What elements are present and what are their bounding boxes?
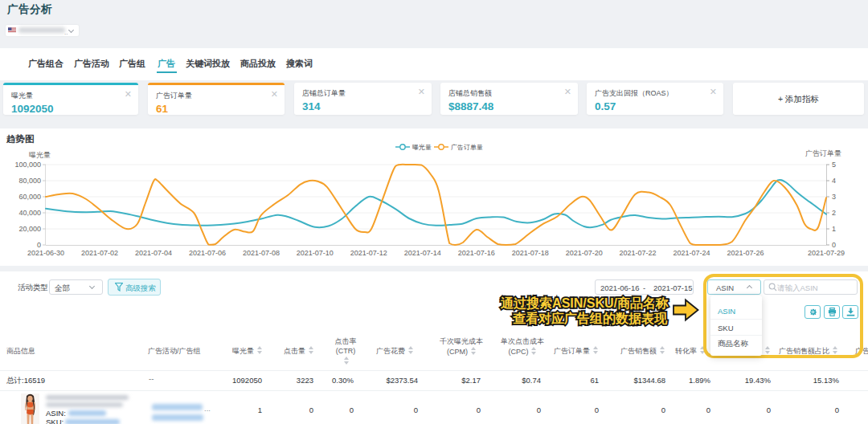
svg-text:2021-06-30: 2021-06-30 — [27, 249, 64, 257]
svg-text:2021-07-14: 2021-07-14 — [404, 249, 441, 257]
svg-text:查看对应广告组的数据表现: 查看对应广告组的数据表现 — [512, 311, 668, 325]
svg-text:4: 4 — [832, 177, 836, 185]
svg-text:1: 1 — [832, 225, 836, 233]
svg-text:2021-07-24: 2021-07-24 — [674, 249, 710, 257]
svg-text:3: 3 — [832, 193, 836, 201]
svg-text:广告订单量: 广告订单量 — [451, 144, 483, 151]
svg-text:2021-07-02: 2021-07-02 — [81, 249, 118, 257]
svg-text:40,000: 40,000 — [18, 209, 41, 217]
svg-text:0: 0 — [37, 241, 41, 249]
svg-text:曝光量: 曝光量 — [29, 151, 51, 159]
svg-text:2021-07-08: 2021-07-08 — [243, 249, 280, 257]
svg-text:2021-07-04: 2021-07-04 — [135, 249, 172, 257]
svg-text:2021-07-10: 2021-07-10 — [297, 249, 334, 257]
svg-text:2021-07-29: 2021-07-29 — [808, 249, 845, 257]
svg-text:曝光量: 曝光量 — [412, 144, 432, 151]
svg-text:2021-07-18: 2021-07-18 — [512, 249, 549, 257]
svg-text:2021-07-12: 2021-07-12 — [350, 249, 387, 257]
svg-text:通过搜索ASIN/SKU/商品名称: 通过搜索ASIN/SKU/商品名称 — [500, 296, 669, 311]
svg-text:广告订单量: 广告订单量 — [805, 149, 841, 157]
svg-text:2021-07-06: 2021-07-06 — [189, 249, 226, 257]
svg-text:60,000: 60,000 — [18, 193, 41, 201]
svg-text:5: 5 — [832, 161, 836, 169]
svg-text:20,000: 20,000 — [18, 225, 41, 233]
svg-text:2021-07-20: 2021-07-20 — [566, 249, 603, 257]
svg-text:2021-07-22: 2021-07-22 — [620, 249, 657, 257]
svg-text:100,000: 100,000 — [14, 161, 41, 169]
svg-text:2021-07-16: 2021-07-16 — [458, 249, 495, 257]
svg-text:2021-07-26: 2021-07-26 — [727, 249, 764, 257]
svg-text:0: 0 — [832, 241, 836, 249]
svg-text:80,000: 80,000 — [18, 177, 41, 185]
svg-text:2: 2 — [832, 209, 836, 217]
